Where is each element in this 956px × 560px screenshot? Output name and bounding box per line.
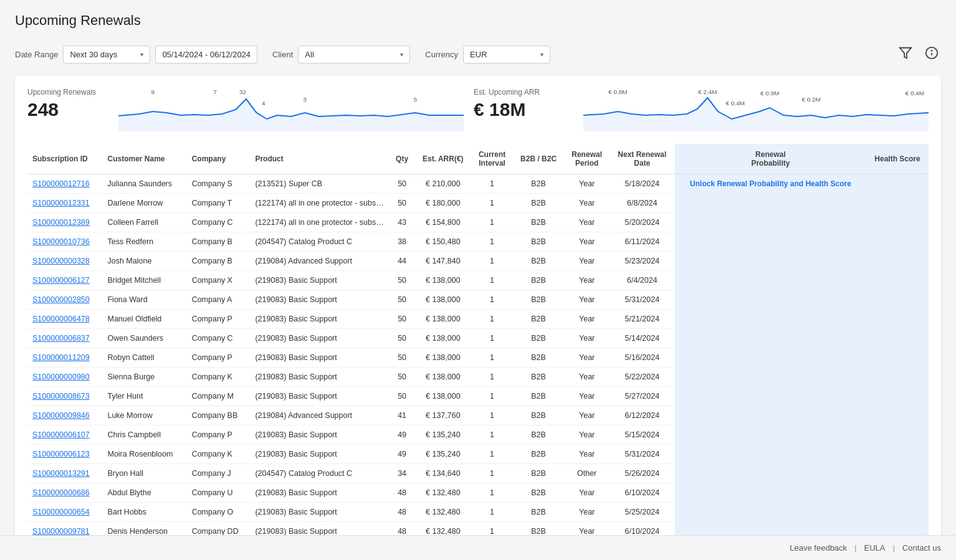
col-header-company: Company <box>187 144 251 174</box>
sub-id[interactable]: S100000013291 <box>27 464 102 483</box>
period: Year <box>564 174 609 194</box>
qty: 50 <box>390 387 414 406</box>
subscription-link[interactable]: S100000006123 <box>32 450 90 458</box>
sub-id[interactable]: S100000006123 <box>27 445 102 464</box>
filter-icons <box>896 44 941 65</box>
period: Year <box>564 194 609 213</box>
product: (204547) Catalog Product C <box>250 464 390 483</box>
b2b: B2B <box>513 445 565 464</box>
qty: 49 <box>390 445 414 464</box>
subscription-link[interactable]: S100000000686 <box>32 488 90 497</box>
leave-feedback-link[interactable]: Leave feedback <box>790 543 847 553</box>
sub-id[interactable]: S100000006478 <box>27 310 102 329</box>
subscription-link[interactable]: S100000008673 <box>32 392 90 401</box>
arr: € 138,000 <box>414 290 471 310</box>
sub-id[interactable]: S100000000328 <box>27 252 102 271</box>
company: Company M <box>187 387 251 406</box>
interval: 1 <box>471 252 512 271</box>
arr-chart: € 0.8M € 2.4M € 0.4M € 0.9M € 0.2M € 0.4… <box>583 88 929 131</box>
sub-id[interactable]: S100000009846 <box>27 406 102 425</box>
product: (219083) Basic Support <box>250 348 390 368</box>
interval: 1 <box>471 213 512 232</box>
sub-id[interactable]: S100000011209 <box>27 348 102 368</box>
company: Company P <box>187 310 251 329</box>
info-icon[interactable] <box>922 44 941 65</box>
client-value: All <box>305 50 313 59</box>
sub-id[interactable]: S100000006127 <box>27 271 102 290</box>
svg-text:32: 32 <box>239 88 246 95</box>
sub-id[interactable]: S100000012716 <box>27 174 102 194</box>
subscription-link[interactable]: S100000006837 <box>32 334 90 343</box>
subscription-link[interactable]: S100000006127 <box>32 276 90 285</box>
currency-group: Currency EUR ▾ <box>425 45 550 64</box>
renewal-date: 5/14/2024 <box>609 329 675 348</box>
date-range-select[interactable]: Next 30 days ▾ <box>63 45 150 64</box>
subscription-link[interactable]: S100000006107 <box>32 430 90 439</box>
customer-name: Fiona Ward <box>102 290 186 310</box>
sub-id[interactable]: S100000012389 <box>27 213 102 232</box>
contact-us-link[interactable]: Contact us <box>902 543 941 553</box>
period: Year <box>564 232 609 252</box>
date-range-label: Date Range <box>15 50 58 59</box>
sub-id[interactable]: S100000008673 <box>27 387 102 406</box>
footer-sep-2: | <box>892 543 894 553</box>
subscription-link[interactable]: S100000013291 <box>32 469 90 478</box>
period: Year <box>564 425 609 445</box>
customer-name: Colleen Farrell <box>102 213 186 232</box>
col-header-arr: Est. ARR(€) <box>414 144 471 174</box>
subscription-link[interactable]: S100000012331 <box>32 199 90 207</box>
svg-marker-0 <box>900 48 911 59</box>
filter-icon[interactable] <box>896 44 915 65</box>
product: (219083) Basic Support <box>250 271 390 290</box>
sub-id[interactable]: S100000012331 <box>27 194 102 213</box>
svg-text:3: 3 <box>303 96 307 102</box>
interval: 1 <box>471 310 512 329</box>
date-range-value: Next 30 days <box>70 50 117 59</box>
svg-text:7: 7 <box>213 88 217 95</box>
sub-id[interactable]: S100000000654 <box>27 503 102 522</box>
eula-link[interactable]: EULA <box>864 543 885 553</box>
subscription-link[interactable]: S100000000980 <box>32 373 90 381</box>
col-header-interval: CurrentInterval <box>471 144 512 174</box>
subscription-link[interactable]: S100000012716 <box>32 179 90 188</box>
product: (219083) Basic Support <box>250 310 390 329</box>
product: (122174) all in one protector - subscri.… <box>250 213 390 232</box>
date-range-group: Date Range Next 30 days ▾ 05/14/2024 - 0… <box>15 45 257 64</box>
qty: 48 <box>390 503 414 522</box>
main-card: Upcoming Renewals 248 9 7 32 4 3 5 <box>15 75 941 560</box>
filters-bar: Date Range Next 30 days ▾ 05/14/2024 - 0… <box>0 39 956 75</box>
product: (219083) Basic Support <box>250 483 390 503</box>
col-header-customer-name: Customer Name <box>102 144 186 174</box>
arr: € 154,800 <box>414 213 471 232</box>
subscription-link[interactable]: S100000006478 <box>32 315 90 323</box>
b2b: B2B <box>513 213 565 232</box>
sub-id[interactable]: S100000006837 <box>27 329 102 348</box>
subscription-link[interactable]: S100000009846 <box>32 411 90 420</box>
customer-name: Josh Malone <box>102 252 186 271</box>
product: (219083) Basic Support <box>250 445 390 464</box>
col-header-health-score: Health Score <box>866 144 929 174</box>
sub-id[interactable]: S100000010736 <box>27 232 102 252</box>
svg-marker-10 <box>118 99 464 131</box>
subscription-link[interactable]: S100000002850 <box>32 295 90 304</box>
sub-id[interactable]: S100000006107 <box>27 425 102 445</box>
renewal-date: 5/20/2024 <box>609 213 675 232</box>
subscription-link[interactable]: S100000011209 <box>32 353 90 362</box>
sub-id[interactable]: S100000000686 <box>27 483 102 503</box>
company: Company A <box>187 290 251 310</box>
currency-select[interactable]: EUR ▾ <box>463 45 550 64</box>
sub-id[interactable]: S100000000980 <box>27 368 102 387</box>
company: Company K <box>187 368 251 387</box>
subscription-link[interactable]: S100000009781 <box>32 527 90 536</box>
sub-id[interactable]: S100000002850 <box>27 290 102 310</box>
subscription-link[interactable]: S100000000654 <box>32 508 90 516</box>
qty: 50 <box>390 329 414 348</box>
client-select[interactable]: All ▾ <box>298 45 410 64</box>
subscription-link[interactable]: S100000000328 <box>32 257 90 265</box>
subscription-link[interactable]: S100000012389 <box>32 218 90 227</box>
svg-text:€ 0.9M: € 0.9M <box>760 90 780 96</box>
period: Other <box>564 464 609 483</box>
arr: € 135,240 <box>414 445 471 464</box>
subscription-link[interactable]: S100000010736 <box>32 237 90 246</box>
renewal-date: 5/25/2024 <box>609 503 675 522</box>
